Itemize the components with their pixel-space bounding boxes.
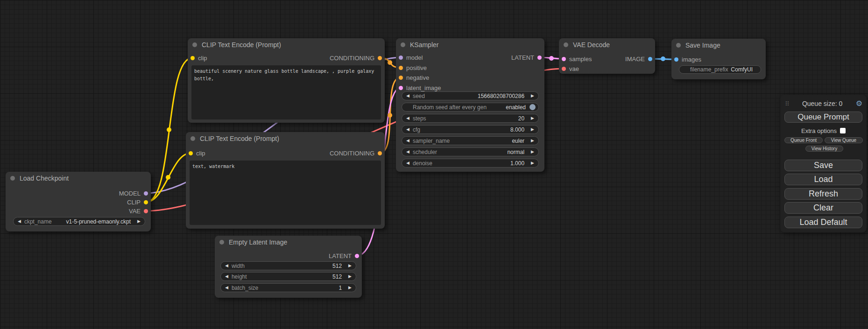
collapse-dot-icon[interactable] bbox=[401, 42, 405, 47]
extra-options-checkbox[interactable] bbox=[840, 128, 846, 133]
batch-size-widget[interactable]: ◀ batch_size 1 ▶ bbox=[220, 283, 356, 292]
decrement-arrow-icon[interactable]: ◀ bbox=[406, 127, 409, 132]
node-graph-canvas[interactable]: Load Checkpoint MODEL CLIP VAE ◀ ckpt_na… bbox=[0, 0, 868, 329]
random-seed-toggle-widget[interactable]: Random seed after every gen enabled bbox=[402, 103, 539, 112]
input-slot-positive[interactable]: positive bbox=[399, 63, 427, 72]
node-clip-text-encode-positive[interactable]: CLIP Text Encode (Prompt) clip CONDITION… bbox=[188, 38, 385, 123]
input-slot-clip[interactable]: clip bbox=[189, 149, 205, 157]
output-slot-model[interactable]: MODEL bbox=[119, 189, 148, 197]
seed-widget[interactable]: ◀ seed 156680208700286 ▶ bbox=[402, 91, 539, 100]
output-slot-image[interactable]: IMAGE bbox=[625, 55, 652, 63]
decrement-arrow-icon[interactable]: ◀ bbox=[406, 139, 409, 143]
input-slot-clip[interactable]: clip bbox=[191, 54, 207, 62]
decrement-arrow-icon[interactable]: ◀ bbox=[406, 150, 409, 154]
denoise-widget[interactable]: ◀ denoise 1.000 ▶ bbox=[402, 159, 539, 168]
node-title-bar[interactable]: Empty Latent Image bbox=[215, 236, 362, 248]
latent-output-dot[interactable] bbox=[355, 254, 359, 258]
output-slot-conditioning[interactable]: CONDITIONING bbox=[330, 149, 382, 157]
scheduler-widget[interactable]: ◀ scheduler normal ▶ bbox=[402, 147, 539, 156]
refresh-button[interactable]: Refresh bbox=[784, 188, 862, 200]
collapse-dot-icon[interactable] bbox=[192, 42, 197, 47]
queue-prompt-button[interactable]: Queue Prompt bbox=[784, 112, 862, 123]
negative-input-dot[interactable] bbox=[399, 76, 403, 80]
decrement-arrow-icon[interactable]: ◀ bbox=[406, 161, 409, 165]
output-slot-conditioning[interactable]: CONDITIONING bbox=[330, 54, 382, 62]
node-save-image[interactable]: Save Image images filename_prefix ComfyU… bbox=[671, 39, 766, 79]
collapse-dot-icon[interactable] bbox=[564, 42, 568, 47]
decrement-arrow-icon[interactable]: ◀ bbox=[225, 264, 228, 268]
collapse-dot-icon[interactable] bbox=[191, 136, 195, 141]
height-widget[interactable]: ◀ height 512 ▶ bbox=[220, 272, 356, 281]
node-load-checkpoint[interactable]: Load Checkpoint MODEL CLIP VAE ◀ ckpt_na… bbox=[6, 172, 151, 231]
steps-widget[interactable]: ◀ steps 20 ▶ bbox=[402, 114, 539, 123]
vae-input-dot[interactable] bbox=[562, 67, 566, 71]
model-input-dot[interactable] bbox=[399, 56, 403, 60]
queue-front-button[interactable]: Queue Front bbox=[784, 137, 823, 143]
output-slot-clip[interactable]: CLIP bbox=[127, 198, 148, 206]
node-clip-text-encode-negative[interactable]: CLIP Text Encode (Prompt) clip CONDITION… bbox=[186, 132, 385, 229]
load-button[interactable]: Load bbox=[784, 174, 862, 185]
save-button[interactable]: Save bbox=[784, 160, 862, 171]
output-slot-latent[interactable]: LATENT bbox=[329, 252, 359, 260]
clip-input-dot[interactable] bbox=[191, 56, 195, 60]
width-widget[interactable]: ◀ width 512 ▶ bbox=[220, 261, 356, 270]
decrement-arrow-icon[interactable]: ◀ bbox=[18, 219, 21, 224]
increment-arrow-icon[interactable]: ▶ bbox=[348, 264, 352, 268]
cfg-widget[interactable]: ◀ cfg 8.000 ▶ bbox=[402, 125, 539, 134]
decrement-arrow-icon[interactable]: ◀ bbox=[225, 274, 228, 279]
input-slot-images[interactable]: images bbox=[674, 55, 701, 63]
node-title-bar[interactable]: VAE Decode bbox=[559, 38, 655, 51]
decrement-arrow-icon[interactable]: ◀ bbox=[225, 286, 228, 290]
node-title-bar[interactable]: CLIP Text Encode (Prompt) bbox=[186, 132, 385, 145]
latent-image-input-dot[interactable] bbox=[399, 86, 403, 90]
input-slot-negative[interactable]: negative bbox=[399, 73, 429, 82]
increment-arrow-icon[interactable]: ▶ bbox=[531, 94, 534, 98]
input-slot-model[interactable]: model bbox=[399, 53, 423, 62]
node-vae-decode[interactable]: VAE Decode samples IMAGE vae bbox=[559, 38, 655, 74]
ckpt-name-widget[interactable]: ◀ ckpt_name v1-5-pruned-emaonly.ckpt ▶ bbox=[13, 217, 145, 226]
increment-arrow-icon[interactable]: ▶ bbox=[348, 274, 352, 279]
negative-prompt-textarea[interactable]: text, watermark bbox=[190, 161, 381, 225]
conditioning-output-dot[interactable] bbox=[378, 151, 382, 155]
model-output-dot[interactable] bbox=[144, 191, 148, 196]
settings-gear-icon[interactable]: ⚙ bbox=[856, 100, 862, 107]
filename-prefix-widget[interactable]: filename_prefix ComfyUI bbox=[679, 65, 761, 74]
node-title-bar[interactable]: Load Checkpoint bbox=[6, 172, 151, 184]
load-default-button[interactable]: Load Default bbox=[784, 217, 862, 228]
input-slot-samples[interactable]: samples bbox=[562, 55, 592, 63]
collapse-dot-icon[interactable] bbox=[10, 176, 15, 181]
input-slot-latent-image[interactable]: latent_image bbox=[399, 84, 441, 92]
node-empty-latent-image[interactable]: Empty Latent Image LATENT ◀ width 512 ▶ … bbox=[215, 236, 362, 298]
view-history-button[interactable]: View History bbox=[805, 146, 843, 152]
toggle-enabled-icon[interactable] bbox=[529, 104, 536, 110]
node-title-bar[interactable]: KSampler bbox=[396, 38, 544, 51]
output-slot-latent[interactable]: LATENT bbox=[511, 53, 542, 62]
clear-button[interactable]: Clear bbox=[784, 202, 862, 214]
input-slot-vae[interactable]: vae bbox=[562, 64, 579, 73]
positive-input-dot[interactable] bbox=[399, 66, 403, 70]
control-menu-panel[interactable]: ⠿ Queue size: 0 ⚙ Queue Prompt Extra opt… bbox=[780, 95, 867, 232]
clip-input-dot[interactable] bbox=[189, 151, 193, 155]
decrement-arrow-icon[interactable]: ◀ bbox=[406, 116, 409, 120]
increment-arrow-icon[interactable]: ▶ bbox=[531, 116, 534, 120]
images-input-dot[interactable] bbox=[674, 57, 678, 62]
samples-input-dot[interactable] bbox=[562, 57, 566, 61]
output-slot-vae[interactable]: VAE bbox=[129, 207, 148, 215]
vae-output-dot[interactable] bbox=[144, 209, 148, 213]
node-title-bar[interactable]: CLIP Text Encode (Prompt) bbox=[188, 38, 385, 51]
increment-arrow-icon[interactable]: ▶ bbox=[348, 286, 352, 290]
positive-prompt-textarea[interactable]: beautiful scenery nature glass bottle la… bbox=[191, 65, 381, 119]
node-ksampler[interactable]: KSampler model LATENT positive negative … bbox=[396, 38, 544, 172]
sampler-name-widget[interactable]: ◀ sampler_name euler ▶ bbox=[402, 136, 539, 145]
decrement-arrow-icon[interactable]: ◀ bbox=[406, 94, 409, 98]
collapse-dot-icon[interactable] bbox=[219, 240, 224, 245]
increment-arrow-icon[interactable]: ▶ bbox=[531, 127, 534, 132]
increment-arrow-icon[interactable]: ▶ bbox=[531, 161, 534, 165]
collapse-dot-icon[interactable] bbox=[676, 43, 681, 48]
view-queue-button[interactable]: View Queue bbox=[825, 137, 863, 143]
node-title-bar[interactable]: Save Image bbox=[671, 39, 766, 51]
increment-arrow-icon[interactable]: ▶ bbox=[137, 219, 141, 224]
conditioning-output-dot[interactable] bbox=[378, 56, 382, 60]
increment-arrow-icon[interactable]: ▶ bbox=[531, 139, 534, 143]
latent-output-dot[interactable] bbox=[537, 56, 542, 60]
